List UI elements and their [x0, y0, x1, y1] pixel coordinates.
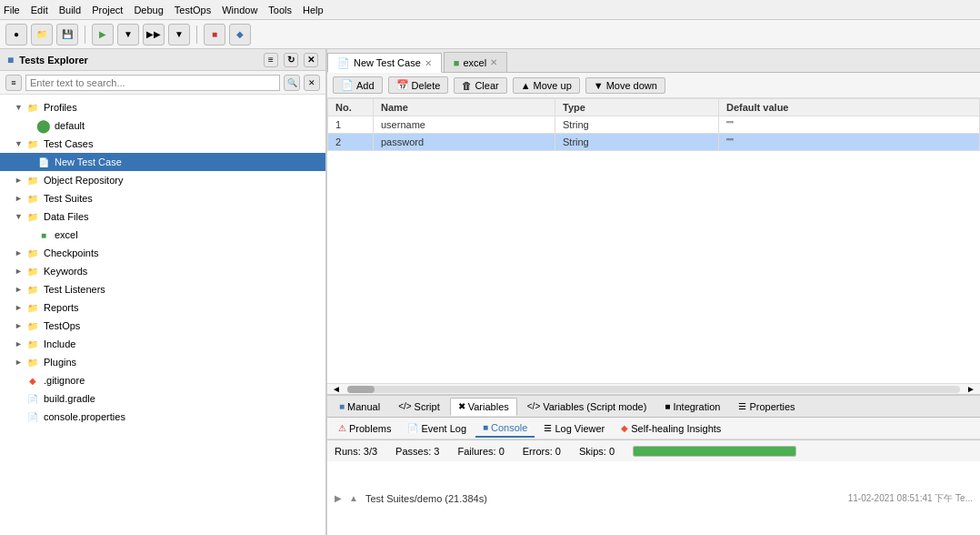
toolbar-open[interactable]: 📁 — [31, 24, 53, 45]
panel-sync-btn[interactable]: ↻ — [284, 53, 298, 67]
console-icon: ■ — [483, 422, 488, 432]
toolbar-katalon-logo[interactable]: ◆ — [229, 24, 251, 45]
tree-item-test-listeners[interactable]: ► 📁 Test Listeners — [0, 280, 325, 298]
tab-log-viewer[interactable]: ☰ Log Viewer — [536, 420, 612, 437]
variables-icon: ✖ — [458, 401, 465, 411]
toolbar-debug-dropdown[interactable]: ▼ — [168, 24, 190, 45]
scroll-right-btn[interactable]: ► — [962, 384, 980, 394]
tree-item-checkpoints[interactable]: ► 📁 Checkpoints — [0, 244, 325, 262]
tree-item-keywords[interactable]: ► 📁 Keywords — [0, 262, 325, 280]
delete-button[interactable]: 📅 Delete — [388, 76, 449, 94]
content-toolbar: 📄 Add 📅 Delete 🗑 Clear ▲ Move up ▼ Move … — [327, 73, 980, 98]
properties-label: Properties — [749, 401, 795, 412]
data-files-arrow: ▼ — [15, 212, 25, 221]
tree-item-testops[interactable]: ► 📁 TestOps — [0, 317, 325, 335]
h-scrollbar[interactable]: ◄ ► — [327, 383, 980, 394]
tree-item-data-files[interactable]: ▼ 📁 Data Files — [0, 207, 325, 226]
progress-fill — [634, 447, 795, 456]
left-panel: ■ Tests Explorer ≡ ↻ ✕ ≡ 🔍 ✕ ▼ 📁 Profile… — [0, 49, 327, 535]
build-gradle-icon: 📄 — [25, 391, 40, 406]
toolbar-stop[interactable]: ■ — [204, 24, 225, 45]
tree-item-gitignore[interactable]: ◆ .gitignore — [0, 371, 325, 389]
menu-project[interactable]: Project — [92, 5, 123, 15]
data-files-folder-icon: 📁 — [25, 209, 40, 224]
tab-excel-close[interactable]: ✕ — [490, 57, 497, 67]
menu-build[interactable]: Build — [59, 5, 81, 15]
tree-item-plugins[interactable]: ► 📁 Plugins — [0, 353, 325, 371]
tree-item-console-properties[interactable]: 📄 console.properties — [0, 408, 325, 426]
clear-button[interactable]: 🗑 Clear — [454, 77, 506, 94]
menu-edit[interactable]: Edit — [31, 5, 48, 15]
search-input[interactable] — [25, 75, 280, 91]
script-icon: </> — [398, 401, 411, 411]
tree-item-test-cases[interactable]: ▼ 📁 Test Cases — [0, 135, 325, 153]
skips-label: Skips: 0 — [579, 446, 615, 457]
tree-item-include[interactable]: ► 📁 Include — [0, 335, 325, 353]
tab-integration[interactable]: ■ Integration — [656, 398, 728, 416]
toolbar-sep1 — [85, 25, 85, 44]
panel-collapse-btn[interactable]: ≡ — [264, 53, 278, 67]
scroll-left-btn[interactable]: ◄ — [327, 384, 345, 394]
tree-item-excel[interactable]: ■ excel — [0, 226, 325, 244]
expand-all-btn[interactable]: ≡ — [5, 75, 22, 91]
tab-excel-label: excel — [463, 57, 486, 68]
self-healing-label: Self-healing Insights — [631, 423, 721, 434]
tab-properties[interactable]: ☰ Properties — [730, 398, 803, 416]
tab-console[interactable]: ■ Console — [475, 419, 535, 438]
add-button[interactable]: 📄 Add — [333, 76, 383, 94]
move-up-button[interactable]: ▲ Move up — [513, 77, 580, 94]
tab-self-healing[interactable]: ◆ Self-healing Insights — [614, 420, 728, 437]
tree-item-default[interactable]: ⬤ default — [0, 116, 325, 135]
event-log-label: Event Log — [421, 423, 466, 434]
tab-event-log[interactable]: 📄 Event Log — [400, 420, 474, 437]
tree-item-new-test-case[interactable]: 📄 New Test Case — [0, 153, 325, 171]
clear-search-btn[interactable]: ✕ — [304, 75, 320, 91]
self-healing-icon: ◆ — [621, 423, 628, 433]
tab-manual[interactable]: ■ Manual — [331, 398, 388, 416]
delete-label: Delete — [412, 80, 441, 91]
tab-problems[interactable]: ⚠ Problems — [331, 420, 398, 437]
passes-label: Passes: 3 — [395, 446, 439, 457]
tab-variables-script[interactable]: </> Variables (Script mode) — [519, 398, 655, 416]
reports-folder-icon: 📁 — [25, 300, 40, 315]
tree-item-profiles[interactable]: ▼ 📁 Profiles — [0, 98, 325, 116]
toolbar-save[interactable]: 💾 — [56, 24, 78, 45]
search-icon[interactable]: 🔍 — [284, 75, 300, 91]
menu-testops[interactable]: TestOps — [175, 5, 211, 15]
panel-toolbar: ≡ 🔍 ✕ — [0, 71, 325, 95]
tree-item-object-repository[interactable]: ► 📁 Object Repository — [0, 171, 325, 189]
menu-window[interactable]: Window — [222, 5, 257, 15]
h-scrollbar-track — [347, 386, 960, 393]
toolbar-sep2 — [196, 25, 197, 44]
tree-item-build-gradle[interactable]: 📄 build.gradle — [0, 389, 325, 408]
table-row[interactable]: 2 password String "" — [328, 134, 980, 151]
toolbar-run[interactable]: ▶ — [92, 24, 114, 45]
test-cases-arrow: ▼ — [15, 139, 25, 148]
toolbar-debug[interactable]: ▶▶ — [143, 24, 165, 45]
toolbar-new[interactable]: ● — [5, 24, 27, 45]
cell-type: String — [555, 134, 719, 151]
excel-label: excel — [55, 229, 78, 240]
panel-close-btn[interactable]: ✕ — [304, 53, 318, 67]
table-row[interactable]: 1 username String "" — [328, 116, 980, 134]
toolbar-run-dropdown[interactable]: ▼ — [117, 24, 139, 45]
tab-new-test-case-close[interactable]: ✕ — [425, 58, 432, 68]
tree-item-reports[interactable]: ► 📁 Reports — [0, 298, 325, 317]
tab-new-test-case[interactable]: 📄 New Test Case ✕ — [327, 53, 442, 73]
object-repository-arrow: ► — [15, 176, 25, 185]
tab-new-test-case-label: New Test Case — [354, 57, 421, 68]
menu-tools[interactable]: Tools — [268, 5, 292, 15]
menu-help[interactable]: Help — [303, 5, 324, 15]
tab-excel[interactable]: ■ excel ✕ — [444, 52, 507, 72]
tree-item-test-suites[interactable]: ► 📁 Test Suites — [0, 189, 325, 207]
test-listeners-label: Test Listeners — [44, 284, 105, 295]
tests-explorer-icon: ■ — [7, 54, 14, 66]
data-files-label: Data Files — [44, 211, 89, 222]
menu-debug[interactable]: Debug — [134, 5, 163, 15]
move-down-button[interactable]: ▼ Move down — [585, 77, 665, 94]
excel-icon: ■ — [36, 227, 51, 242]
cell-type: String — [555, 116, 719, 134]
tab-variables[interactable]: ✖ Variables — [450, 398, 517, 416]
menu-file[interactable]: File — [4, 5, 20, 15]
tab-script[interactable]: </> Script — [390, 398, 448, 416]
